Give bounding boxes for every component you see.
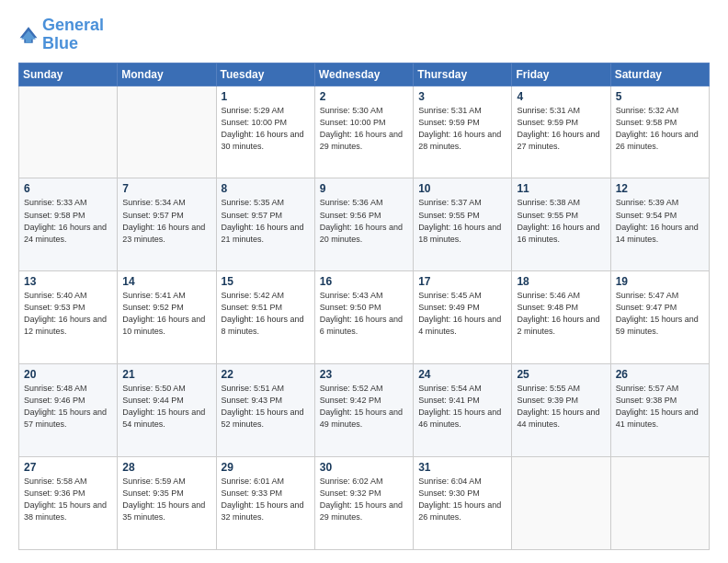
day-info: Sunrise: 5:45 AM Sunset: 9:49 PM Dayligh… bbox=[418, 290, 506, 338]
calendar-week-row: 13Sunrise: 5:40 AM Sunset: 9:53 PM Dayli… bbox=[19, 271, 710, 364]
calendar-cell: 2Sunrise: 5:30 AM Sunset: 10:00 PM Dayli… bbox=[314, 86, 413, 178]
day-info: Sunrise: 5:31 AM Sunset: 9:59 PM Dayligh… bbox=[517, 105, 605, 153]
day-info: Sunrise: 5:37 AM Sunset: 9:55 PM Dayligh… bbox=[418, 197, 506, 245]
day-number: 31 bbox=[418, 461, 506, 474]
day-info: Sunrise: 5:59 AM Sunset: 9:35 PM Dayligh… bbox=[122, 476, 210, 523]
day-number: 2 bbox=[320, 90, 408, 103]
calendar-week-row: 1Sunrise: 5:29 AM Sunset: 10:00 PM Dayli… bbox=[19, 86, 710, 178]
day-number: 18 bbox=[517, 275, 605, 288]
calendar-cell: 10Sunrise: 5:37 AM Sunset: 9:55 PM Dayli… bbox=[414, 178, 512, 271]
day-number: 11 bbox=[517, 182, 605, 195]
day-number: 30 bbox=[320, 461, 408, 474]
weekday-header-wednesday: Wednesday bbox=[314, 63, 413, 86]
calendar-header-row: SundayMondayTuesdayWednesdayThursdayFrid… bbox=[19, 63, 710, 86]
day-info: Sunrise: 5:36 AM Sunset: 9:56 PM Dayligh… bbox=[320, 197, 408, 245]
calendar-cell: 24Sunrise: 5:54 AM Sunset: 9:41 PM Dayli… bbox=[414, 364, 512, 457]
day-info: Sunrise: 5:50 AM Sunset: 9:44 PM Dayligh… bbox=[122, 383, 210, 431]
day-info: Sunrise: 5:55 AM Sunset: 9:39 PM Dayligh… bbox=[517, 383, 605, 431]
calendar-cell: 12Sunrise: 5:39 AM Sunset: 9:54 PM Dayli… bbox=[610, 178, 709, 271]
day-number: 22 bbox=[222, 368, 310, 381]
calendar-cell: 17Sunrise: 5:45 AM Sunset: 9:49 PM Dayli… bbox=[414, 271, 512, 364]
calendar-cell: 20Sunrise: 5:48 AM Sunset: 9:46 PM Dayli… bbox=[19, 364, 118, 457]
day-number: 21 bbox=[122, 368, 210, 381]
day-info: Sunrise: 5:43 AM Sunset: 9:50 PM Dayligh… bbox=[320, 290, 408, 338]
day-info: Sunrise: 5:30 AM Sunset: 10:00 PM Daylig… bbox=[320, 105, 408, 153]
day-number: 16 bbox=[320, 275, 408, 288]
day-number: 8 bbox=[222, 182, 310, 195]
calendar-cell: 21Sunrise: 5:50 AM Sunset: 9:44 PM Dayli… bbox=[118, 364, 216, 457]
day-info: Sunrise: 5:58 AM Sunset: 9:36 PM Dayligh… bbox=[24, 476, 112, 523]
calendar-cell: 25Sunrise: 5:55 AM Sunset: 9:39 PM Dayli… bbox=[512, 364, 610, 457]
day-number: 13 bbox=[24, 275, 112, 288]
day-info: Sunrise: 5:29 AM Sunset: 10:00 PM Daylig… bbox=[222, 105, 310, 153]
calendar-cell: 27Sunrise: 5:58 AM Sunset: 9:36 PM Dayli… bbox=[19, 457, 118, 550]
day-number: 6 bbox=[24, 182, 112, 195]
day-number: 29 bbox=[222, 461, 310, 474]
logo: General Blue bbox=[18, 17, 104, 53]
calendar-cell: 4Sunrise: 5:31 AM Sunset: 9:59 PM Daylig… bbox=[512, 86, 610, 178]
calendar-table: SundayMondayTuesdayWednesdayThursdayFrid… bbox=[18, 63, 710, 550]
calendar-cell: 31Sunrise: 6:04 AM Sunset: 9:30 PM Dayli… bbox=[414, 457, 512, 550]
day-number: 4 bbox=[517, 90, 605, 103]
calendar-cell bbox=[610, 457, 709, 550]
weekday-header-tuesday: Tuesday bbox=[216, 63, 314, 86]
day-number: 28 bbox=[122, 461, 210, 474]
calendar-cell: 23Sunrise: 5:52 AM Sunset: 9:42 PM Dayli… bbox=[314, 364, 413, 457]
day-number: 24 bbox=[418, 368, 506, 381]
day-number: 5 bbox=[616, 90, 704, 103]
day-info: Sunrise: 5:52 AM Sunset: 9:42 PM Dayligh… bbox=[320, 383, 408, 431]
calendar-cell: 1Sunrise: 5:29 AM Sunset: 10:00 PM Dayli… bbox=[216, 86, 314, 178]
calendar-cell: 13Sunrise: 5:40 AM Sunset: 9:53 PM Dayli… bbox=[19, 271, 118, 364]
calendar-cell bbox=[19, 86, 118, 178]
day-info: Sunrise: 5:35 AM Sunset: 9:57 PM Dayligh… bbox=[222, 197, 310, 245]
day-number: 27 bbox=[24, 461, 112, 474]
day-info: Sunrise: 6:01 AM Sunset: 9:33 PM Dayligh… bbox=[222, 476, 310, 523]
calendar-cell: 26Sunrise: 5:57 AM Sunset: 9:38 PM Dayli… bbox=[610, 364, 709, 457]
calendar-cell: 7Sunrise: 5:34 AM Sunset: 9:57 PM Daylig… bbox=[118, 178, 216, 271]
day-info: Sunrise: 5:57 AM Sunset: 9:38 PM Dayligh… bbox=[616, 383, 704, 431]
day-info: Sunrise: 5:42 AM Sunset: 9:51 PM Dayligh… bbox=[222, 290, 310, 338]
day-info: Sunrise: 5:31 AM Sunset: 9:59 PM Dayligh… bbox=[418, 105, 506, 153]
day-number: 1 bbox=[222, 90, 310, 103]
calendar-cell: 3Sunrise: 5:31 AM Sunset: 9:59 PM Daylig… bbox=[414, 86, 512, 178]
day-info: Sunrise: 5:54 AM Sunset: 9:41 PM Dayligh… bbox=[418, 383, 506, 431]
weekday-header-thursday: Thursday bbox=[414, 63, 512, 86]
weekday-header-friday: Friday bbox=[512, 63, 610, 86]
day-info: Sunrise: 5:38 AM Sunset: 9:55 PM Dayligh… bbox=[517, 197, 605, 245]
calendar-cell: 5Sunrise: 5:32 AM Sunset: 9:58 PM Daylig… bbox=[610, 86, 709, 178]
calendar-cell: 8Sunrise: 5:35 AM Sunset: 9:57 PM Daylig… bbox=[216, 178, 314, 271]
day-number: 20 bbox=[24, 368, 112, 381]
day-info: Sunrise: 6:02 AM Sunset: 9:32 PM Dayligh… bbox=[320, 476, 408, 523]
day-info: Sunrise: 5:32 AM Sunset: 9:58 PM Dayligh… bbox=[616, 105, 704, 153]
day-number: 19 bbox=[616, 275, 704, 288]
weekday-header-saturday: Saturday bbox=[610, 63, 709, 86]
day-info: Sunrise: 5:41 AM Sunset: 9:52 PM Dayligh… bbox=[122, 290, 210, 338]
day-info: Sunrise: 5:40 AM Sunset: 9:53 PM Dayligh… bbox=[24, 290, 112, 338]
calendar-cell: 6Sunrise: 5:33 AM Sunset: 9:58 PM Daylig… bbox=[19, 178, 118, 271]
svg-marker-1 bbox=[21, 30, 36, 42]
day-number: 15 bbox=[222, 275, 310, 288]
day-number: 12 bbox=[616, 182, 704, 195]
calendar-cell: 15Sunrise: 5:42 AM Sunset: 9:51 PM Dayli… bbox=[216, 271, 314, 364]
day-info: Sunrise: 5:34 AM Sunset: 9:57 PM Dayligh… bbox=[122, 197, 210, 245]
calendar-cell bbox=[118, 86, 216, 178]
calendar-cell: 19Sunrise: 5:47 AM Sunset: 9:47 PM Dayli… bbox=[610, 271, 709, 364]
day-number: 17 bbox=[418, 275, 506, 288]
day-number: 25 bbox=[517, 368, 605, 381]
day-info: Sunrise: 6:04 AM Sunset: 9:30 PM Dayligh… bbox=[418, 476, 506, 523]
day-info: Sunrise: 5:33 AM Sunset: 9:58 PM Dayligh… bbox=[24, 197, 112, 245]
calendar-cell: 29Sunrise: 6:01 AM Sunset: 9:33 PM Dayli… bbox=[216, 457, 314, 550]
day-number: 7 bbox=[122, 182, 210, 195]
calendar-week-row: 27Sunrise: 5:58 AM Sunset: 9:36 PM Dayli… bbox=[19, 457, 710, 550]
calendar-cell: 22Sunrise: 5:51 AM Sunset: 9:43 PM Dayli… bbox=[216, 364, 314, 457]
calendar-cell: 18Sunrise: 5:46 AM Sunset: 9:48 PM Dayli… bbox=[512, 271, 610, 364]
day-info: Sunrise: 5:46 AM Sunset: 9:48 PM Dayligh… bbox=[517, 290, 605, 338]
header: General Blue bbox=[18, 17, 710, 53]
calendar-cell: 28Sunrise: 5:59 AM Sunset: 9:35 PM Dayli… bbox=[118, 457, 216, 550]
weekday-header-sunday: Sunday bbox=[19, 63, 118, 86]
day-number: 9 bbox=[320, 182, 408, 195]
calendar-cell: 16Sunrise: 5:43 AM Sunset: 9:50 PM Dayli… bbox=[314, 271, 413, 364]
day-number: 14 bbox=[122, 275, 210, 288]
logo-icon bbox=[18, 25, 39, 45]
weekday-header-monday: Monday bbox=[118, 63, 216, 86]
